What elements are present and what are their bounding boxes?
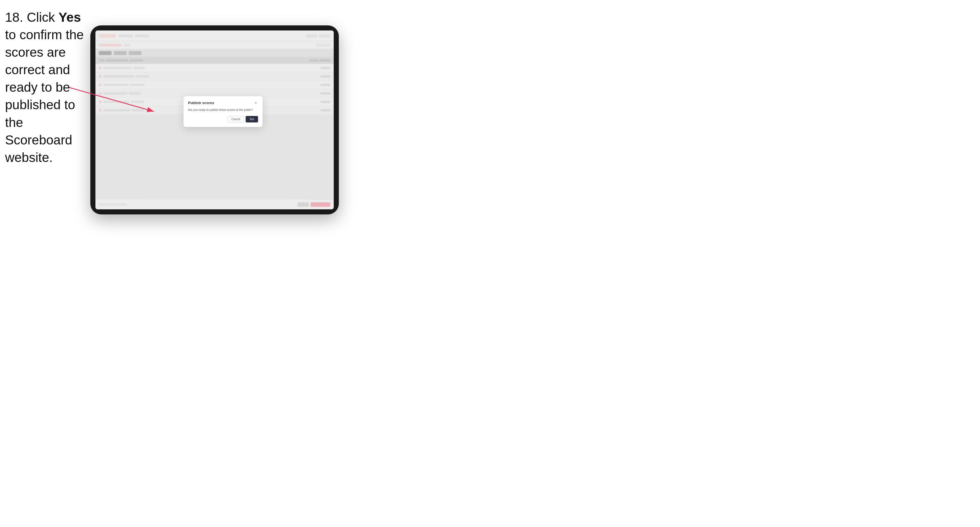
modal-yes-button[interactable]: Yes: [246, 116, 258, 122]
instruction-text: 18. Click Yes to confirm the scores are …: [5, 8, 87, 166]
publish-scores-dialog: Publish scores × Are you ready to publis…: [183, 96, 262, 127]
step-number: 18.: [5, 10, 23, 25]
modal-footer: Cancel Yes: [188, 116, 258, 122]
modal-cancel-button[interactable]: Cancel: [228, 116, 244, 122]
instruction-suffix: to confirm the scores are correct and re…: [5, 27, 84, 165]
modal-title: Publish scores: [188, 101, 214, 105]
modal-close-button[interactable]: ×: [253, 101, 258, 105]
modal-message: Are you ready to publish these scores to…: [188, 108, 258, 112]
instruction-prefix: Click: [23, 10, 59, 25]
modal-header: Publish scores ×: [188, 101, 258, 105]
tablet-screen: Publish scores × Are you ready to publis…: [95, 30, 334, 210]
tablet-device: Publish scores × Are you ready to publis…: [90, 25, 339, 214]
yes-keyword: Yes: [59, 10, 81, 25]
modal-overlay: Publish scores × Are you ready to publis…: [95, 30, 334, 210]
